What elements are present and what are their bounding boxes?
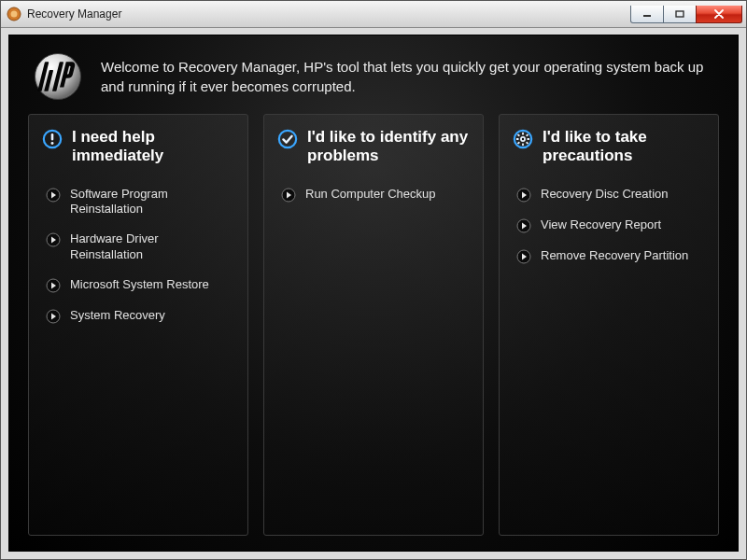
link-label: Recovery Disc Creation — [541, 187, 669, 202]
link-software-reinstall[interactable]: Software Program Reinstallation — [42, 181, 234, 227]
column-identify: I'd like to identify any problems Run Co… — [263, 114, 484, 536]
welcome-text: Welcome to Recovery Manager, HP's tool t… — [101, 57, 715, 96]
svg-rect-19 — [522, 133, 524, 135]
link-label: System Recovery — [70, 308, 165, 323]
column-head: I'd like to take precautions — [513, 128, 705, 166]
gear-icon — [513, 129, 533, 149]
svg-rect-21 — [516, 138, 519, 140]
column-head: I'd like to identify any problems — [277, 128, 470, 166]
link-system-recovery[interactable]: System Recovery — [42, 302, 234, 333]
minimize-button[interactable] — [630, 6, 664, 23]
hp-logo-icon — [32, 50, 84, 103]
column-help: I need help immediately Software Program… — [28, 114, 248, 536]
svg-rect-3 — [676, 11, 684, 17]
svg-rect-26 — [526, 142, 529, 145]
play-icon — [516, 218, 531, 233]
maximize-button[interactable] — [663, 6, 697, 23]
svg-rect-25 — [517, 142, 520, 145]
link-system-restore[interactable]: Microsoft System Restore — [42, 272, 234, 302]
column-precautions: I'd like to take precautions Recovery Di… — [499, 114, 719, 536]
link-label: Run Computer Checkup — [305, 187, 435, 202]
play-icon — [46, 188, 61, 203]
svg-point-10 — [51, 142, 54, 145]
svg-point-1 — [11, 11, 18, 18]
columns: I need help immediately Software Program… — [28, 114, 719, 536]
window-controls — [631, 6, 742, 23]
link-disc-creation[interactable]: Recovery Disc Creation — [513, 181, 705, 212]
play-icon — [46, 309, 61, 324]
play-icon — [46, 232, 61, 247]
maximize-icon — [675, 10, 684, 18]
client-area: Welcome to Recovery Manager, HP's tool t… — [1, 27, 746, 559]
svg-rect-20 — [522, 143, 524, 146]
link-run-checkup[interactable]: Run Computer Checkup — [277, 181, 470, 212]
svg-rect-23 — [517, 133, 520, 136]
svg-rect-2 — [643, 15, 651, 17]
content-panel: Welcome to Recovery Manager, HP's tool t… — [8, 35, 739, 552]
link-label: Software Program Reinstallation — [70, 187, 234, 217]
link-view-report[interactable]: View Recovery Report — [513, 212, 705, 243]
header: Welcome to Recovery Manager, HP's tool t… — [28, 45, 719, 114]
close-icon — [713, 9, 725, 19]
app-window: Recovery Manager — [0, 0, 747, 560]
column-title: I'd like to take precautions — [543, 128, 705, 166]
link-remove-partition[interactable]: Remove Recovery Partition — [513, 243, 705, 273]
svg-rect-24 — [526, 133, 529, 136]
link-label: Microsoft System Restore — [70, 277, 209, 292]
svg-point-27 — [522, 138, 524, 140]
svg-point-15 — [279, 131, 296, 147]
column-head: I need help immediately — [42, 128, 234, 166]
link-driver-reinstall[interactable]: Hardware Driver Reinstallation — [42, 226, 234, 272]
alert-icon — [42, 129, 63, 149]
svg-rect-9 — [51, 133, 54, 140]
window-title: Recovery Manager — [27, 7, 631, 21]
link-label: Hardware Driver Reinstallation — [70, 231, 234, 262]
play-icon — [281, 188, 296, 203]
app-icon — [7, 7, 21, 21]
play-icon — [516, 249, 531, 264]
play-icon — [46, 278, 61, 293]
close-button[interactable] — [696, 6, 742, 23]
check-icon — [277, 129, 298, 149]
titlebar[interactable]: Recovery Manager — [1, 1, 746, 28]
minimize-icon — [642, 10, 652, 18]
column-title: I need help immediately — [72, 128, 234, 166]
column-title: I'd like to identify any problems — [307, 128, 470, 166]
link-label: View Recovery Report — [541, 217, 661, 232]
play-icon — [516, 188, 531, 203]
svg-rect-22 — [527, 138, 529, 140]
link-label: Remove Recovery Partition — [541, 248, 688, 263]
